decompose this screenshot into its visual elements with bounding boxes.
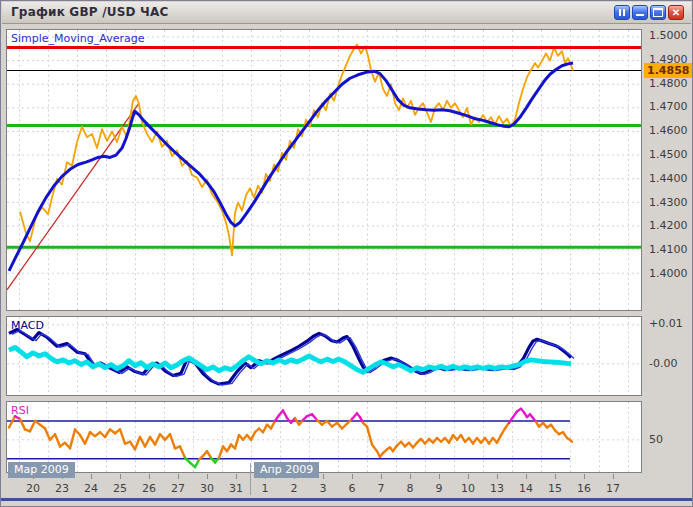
x-axis-label: 30 (196, 482, 218, 495)
sma-indicator-label: Simple_Moving_Average (11, 32, 144, 45)
rsi-indicator-label: RSI (11, 404, 29, 417)
window-titlebar[interactable]: График GBP /USD ЧАС ✕ (2, 2, 691, 24)
y-axis-label: 1.4800 (649, 77, 688, 90)
x-axis-tick (584, 474, 585, 479)
x-axis-tick (120, 474, 121, 479)
x-axis-label: 6 (341, 482, 363, 495)
x-axis-label: 31 (225, 482, 247, 495)
x-axis-tick (555, 474, 556, 479)
x-axis-label: 15 (544, 482, 566, 495)
x-axis-label: 23 (51, 482, 73, 495)
panel-macd[interactable]: MACD (6, 316, 642, 396)
pause-button[interactable] (614, 5, 630, 20)
y-axis-label: 1.4400 (649, 172, 688, 185)
y-axis-label: 1.4700 (649, 100, 688, 113)
current-price-tag: 1.4858 (644, 63, 693, 78)
pause-icon (619, 9, 625, 16)
x-axis-label: 17 (602, 482, 624, 495)
y-axis-label: 1.4100 (649, 243, 688, 256)
panel-rsi[interactable]: RSI (6, 401, 642, 473)
x-axis-label: 20 (22, 482, 44, 495)
x-axis-tick (526, 474, 527, 479)
month-badge-march: Мар 2009 (8, 462, 75, 478)
y-axis-label: +0.01 (649, 317, 683, 330)
x-axis-tick (381, 474, 382, 479)
x-axis-label: 7 (370, 482, 392, 495)
x-axis-label: 16 (573, 482, 595, 495)
y-axis-label: 1.4000 (649, 267, 688, 280)
y-axis-label: 1.4500 (649, 148, 688, 161)
window-title: График GBP /USD ЧАС (11, 5, 168, 19)
x-axis-label: 1 (254, 482, 276, 495)
x-axis-label: 2 (283, 482, 305, 495)
x-axis-tick (352, 474, 353, 479)
x-axis-tick (91, 474, 92, 479)
x-axis-tick (613, 474, 614, 479)
x-axis-label: 26 (138, 482, 160, 495)
y-axis-label: 1.4600 (649, 124, 688, 137)
x-axis-label: 14 (515, 482, 537, 495)
x-axis-tick (178, 474, 179, 479)
x-axis-label: 13 (486, 482, 508, 495)
x-axis-label: 10 (457, 482, 479, 495)
panel-price[interactable]: Simple_Moving_Average (6, 29, 642, 311)
x-axis-label: 9 (428, 482, 450, 495)
month-badge-april: Апр 2009 (254, 462, 319, 478)
window-bottom-bevel (1, 498, 693, 501)
x-axis-tick (207, 474, 208, 479)
y-axis-label: 1.4200 (649, 219, 688, 232)
x-axis-label: 8 (399, 482, 421, 495)
chart-window: График GBP /USD ЧАС ✕ Simple_Moving_Aver… (0, 0, 693, 507)
x-axis-label: 27 (167, 482, 189, 495)
x-axis-tick (497, 474, 498, 479)
month-separator (250, 463, 251, 495)
y-axis-label: 50 (649, 433, 663, 446)
x-axis-label: 24 (80, 482, 102, 495)
x-axis-tick (149, 474, 150, 479)
x-axis-label: 25 (109, 482, 131, 495)
x-axis-tick (236, 474, 237, 479)
x-axis-tick (439, 474, 440, 479)
x-axis-tick (468, 474, 469, 479)
y-axis-label: 1.5000 (649, 29, 688, 42)
x-axis-tick (410, 474, 411, 479)
x-axis-label: 3 (312, 482, 334, 495)
x-axis-tick (323, 474, 324, 479)
y-axis-label: 1.4300 (649, 196, 688, 209)
y-axis-label: -0.00 (649, 357, 677, 370)
macd-indicator-label: MACD (11, 319, 44, 332)
